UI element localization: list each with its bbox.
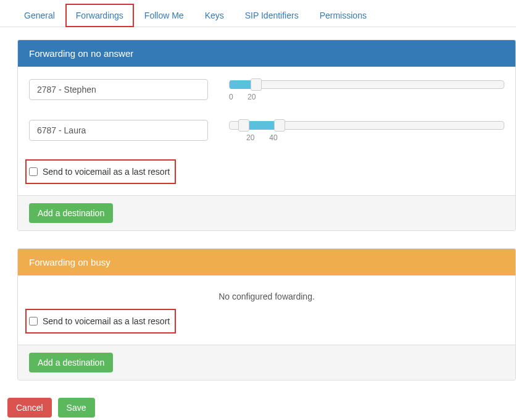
panel-busy: Forwarding on busy No configured fowardi… [17,248,516,380]
tab-sip-identifiers[interactable]: SIP Identifiers [235,4,309,27]
voicemail-checkbox-row: Send to voicemail as a last resort [27,310,175,332]
cancel-button[interactable]: Cancel [7,398,52,418]
voicemail-checkbox-row: Send to voicemail as a last resort [27,161,175,183]
voicemail-label: Send to voicemail as a last resort [43,167,170,177]
add-destination-button[interactable]: Add a destination [29,203,113,223]
slider-label-end: 20 [248,93,256,101]
form-actions: Cancel Save [0,398,516,418]
slider-label-start: 0 [229,93,233,101]
destination-row: 0 20 [29,79,504,101]
add-destination-button[interactable]: Add a destination [29,353,113,372]
save-button[interactable]: Save [58,398,95,418]
time-slider[interactable] [229,121,504,130]
voicemail-label: Send to voicemail as a last resort [43,316,170,326]
tabs: General Forwardings Follow Me Keys SIP I… [0,0,516,27]
time-slider[interactable] [229,80,504,89]
destination-row: 20 40 [29,120,504,142]
panel-no-answer-header: Forwarding on no answer [18,40,515,67]
no-forwarding-message: No configured fowarding. [29,288,504,310]
voicemail-checkbox[interactable] [29,167,38,176]
panel-busy-header: Forwarding on busy [18,249,515,275]
tab-forwardings[interactable]: Forwardings [65,4,134,27]
destination-input[interactable] [29,120,208,141]
slider-label-start: 20 [246,133,254,142]
tab-keys[interactable]: Keys [194,4,235,27]
voicemail-checkbox[interactable] [29,317,38,326]
tab-general[interactable]: General [14,4,65,27]
destination-input[interactable] [29,79,208,100]
slider-label-end: 40 [269,133,277,142]
tab-follow-me[interactable]: Follow Me [134,4,194,27]
tab-permissions[interactable]: Permissions [309,4,377,27]
panel-no-answer: Forwarding on no answer 0 20 [17,40,516,231]
